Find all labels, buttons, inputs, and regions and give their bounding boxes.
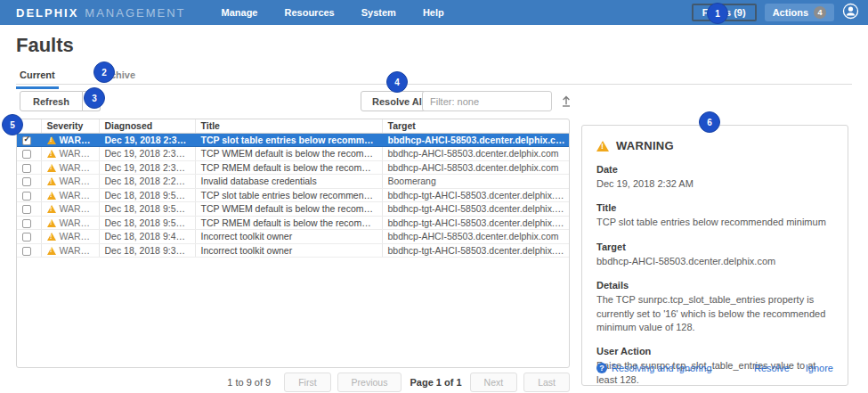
date-field: Date Dec 19, 2018 2:32 AM	[596, 164, 833, 191]
table-row[interactable]: WARNING Dec 18, 2018 2:23 PM Invalid dat…	[17, 175, 570, 189]
row-checkbox[interactable]	[22, 247, 31, 256]
title-cell: TCP WMEM default is below the recommende…	[195, 202, 382, 217]
faults-table-container: Severity Diagnosed Title Target WARNING …	[16, 119, 570, 368]
row-checkbox[interactable]	[22, 164, 31, 173]
row-checkbox[interactable]	[22, 233, 31, 242]
ignore-link[interactable]: Ignore	[806, 363, 833, 373]
diagnosed-cell: Dec 19, 2018 2:32 AM	[99, 147, 195, 161]
previous-page-button[interactable]: Previous	[337, 373, 402, 392]
tab-divider	[16, 84, 852, 85]
menu-help[interactable]: Help	[423, 7, 444, 18]
last-page-button[interactable]: Last	[523, 373, 570, 392]
title-value: TCP slot table entries below recommended…	[596, 216, 833, 229]
table-row[interactable]: WARNING Dec 18, 2018 9:52 AM TCP WMEM de…	[17, 202, 570, 217]
column-header-severity[interactable]: Severity	[41, 119, 99, 133]
refresh-button[interactable]: Refresh	[20, 91, 83, 111]
title-label: Title	[596, 202, 833, 213]
target-cell: bbdhcp-tgt-AHCI-58503.dcenter.delphix.co…	[382, 188, 570, 202]
warning-icon	[47, 233, 56, 241]
tab-bar: Current Archive	[16, 66, 139, 89]
target-cell: bbdhcp-AHCI-58503.dcenter.delphix.com	[382, 133, 570, 147]
filter-input[interactable]	[422, 91, 552, 111]
delphix-logo: DELPHIX MANAGEMENT	[16, 6, 186, 20]
export-button[interactable]	[559, 94, 573, 111]
title-cell: TCP RMEM default is below the recommende…	[195, 216, 382, 230]
user-action-label: User Action	[596, 346, 833, 356]
table-row[interactable]: WARNING Dec 18, 2018 9:39 AM Incorrect t…	[17, 243, 570, 258]
faults-table: Severity Diagnosed Title Target WARNING …	[17, 119, 570, 258]
top-navigation-bar: DELPHIX MANAGEMENT Manage Resources Syst…	[0, 0, 868, 25]
column-header-title[interactable]: Title	[195, 119, 382, 133]
table-header-row: Severity Diagnosed Title Target	[17, 119, 570, 133]
target-cell: bbdhcp-AHCI-58503.dcenter.delphix.com	[382, 147, 570, 161]
details-value: The TCP sunrpc.tcp_slot_table_entries pr…	[596, 293, 833, 334]
severity-label: WARNING	[60, 231, 100, 242]
actions-button[interactable]: Actions 4	[765, 4, 834, 21]
pagination-range: 1 to 9 of 9	[227, 377, 271, 388]
page-indicator: Page 1 of 1	[410, 377, 461, 388]
callout-badge-3: 3	[84, 87, 105, 109]
faults-page: DELPHIX MANAGEMENT Manage Resources Syst…	[0, 0, 868, 393]
target-cell: bbdhcp-tgt-AHCI-58503.dcenter.delphix.co…	[382, 202, 570, 217]
panel-footer: ? Resolving and Ignoring Resolve Ignore	[596, 363, 833, 373]
footer-actions: Resolve Ignore	[754, 363, 833, 373]
resolve-link[interactable]: Resolve	[754, 363, 790, 373]
resolving-and-ignoring-link[interactable]: ? Resolving and Ignoring	[596, 363, 712, 373]
date-label: Date	[596, 164, 833, 175]
next-page-button[interactable]: Next	[470, 373, 518, 392]
callout-badge-6: 6	[699, 111, 720, 133]
diagnosed-cell: Dec 18, 2018 9:52 AM	[99, 202, 195, 217]
diagnosed-cell: Dec 18, 2018 9:40 AM	[99, 230, 195, 244]
warning-icon	[47, 247, 56, 255]
severity-label: WARNING	[60, 190, 100, 201]
target-cell: bbdhcp-tgt-AHCI-58503.dcenter.delphix.co…	[382, 243, 570, 258]
target-value: bbdhcp-AHCI-58503.dcenter.delphix.com	[596, 255, 833, 268]
fault-severity-header: WARNING	[596, 139, 833, 152]
target-field: Target bbdhcp-AHCI-58503.dcenter.delphix…	[596, 242, 833, 268]
first-page-button[interactable]: First	[284, 373, 330, 392]
help-link-label: Resolving and Ignoring	[612, 363, 712, 373]
column-header-diagnosed[interactable]: Diagnosed	[99, 119, 195, 133]
title-field: Title TCP slot table entries below recom…	[596, 202, 833, 229]
severity-label: WARNING	[60, 203, 100, 214]
warning-icon	[47, 136, 56, 144]
row-checkbox[interactable]	[22, 136, 31, 145]
table-row[interactable]: WARNING Dec 18, 2018 9:52 AM TCP slot ta…	[17, 188, 570, 202]
menu-system[interactable]: System	[361, 7, 396, 18]
row-checkbox[interactable]	[22, 192, 31, 201]
row-checkbox[interactable]	[22, 177, 31, 186]
table-row[interactable]: WARNING Dec 18, 2018 9:40 AM Incorrect t…	[17, 230, 570, 244]
pagination: 1 to 9 of 9 First Previous Page 1 of 1 N…	[16, 373, 570, 392]
row-checkbox[interactable]	[22, 219, 31, 228]
menu-manage[interactable]: Manage	[222, 7, 258, 18]
target-cell: bbdhcp-tgt-AHCI-58503.dcenter.delphix.co…	[382, 216, 570, 230]
diagnosed-cell: Dec 19, 2018 2:32 AM	[99, 160, 195, 175]
user-profile-button[interactable]	[842, 3, 859, 22]
table-row[interactable]: WARNING Dec 19, 2018 2:32 AM TCP RMEM de…	[17, 160, 570, 175]
details-field: Details The TCP sunrpc.tcp_slot_table_en…	[596, 280, 833, 334]
title-cell: Incorrect toolkit owner	[195, 230, 382, 244]
page-title: Faults	[16, 34, 74, 57]
table-row[interactable]: WARNING Dec 19, 2018 2:32 AM TCP WMEM de…	[17, 147, 570, 161]
date-value: Dec 19, 2018 2:32 AM	[596, 177, 833, 191]
warning-icon	[596, 141, 609, 151]
title-cell: TCP slot table entries below recommended…	[195, 133, 382, 147]
tab-current[interactable]: Current	[16, 66, 59, 89]
warning-icon	[47, 219, 56, 227]
brand-secondary: MANAGEMENT	[85, 6, 185, 20]
menu-resources[interactable]: Resources	[284, 7, 334, 18]
actions-button-label: Actions	[773, 7, 808, 18]
table-row[interactable]: WARNING Dec 18, 2018 9:52 AM TCP RMEM de…	[17, 216, 570, 230]
diagnosed-cell: Dec 19, 2018 2:32 AM	[99, 133, 195, 147]
table-row[interactable]: WARNING Dec 19, 2018 2:32 AM TCP slot ta…	[17, 133, 570, 147]
row-checkbox[interactable]	[22, 150, 31, 159]
help-icon: ?	[596, 363, 607, 373]
warning-icon	[47, 192, 56, 200]
target-cell: Boomerang	[382, 175, 570, 189]
column-header-target[interactable]: Target	[382, 119, 570, 133]
row-checkbox[interactable]	[22, 205, 31, 214]
fault-details-panel: WARNING Date Dec 19, 2018 2:32 AM Title …	[581, 125, 848, 386]
callout-badge-5: 5	[2, 114, 23, 135]
top-menu: Manage Resources System Help	[222, 7, 444, 18]
actions-count-badge: 4	[814, 6, 826, 19]
